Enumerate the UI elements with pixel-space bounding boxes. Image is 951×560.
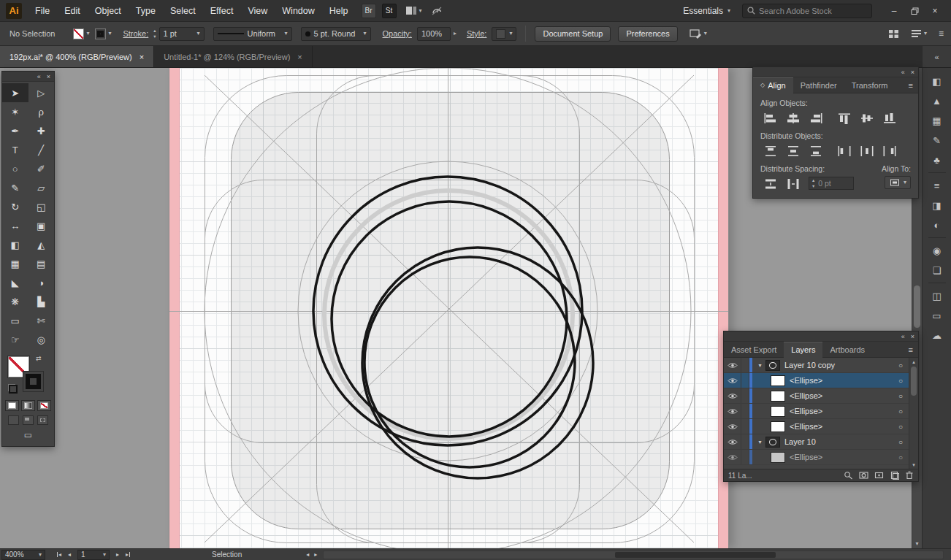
chevron-up-icon[interactable]: ▴ — [153, 28, 156, 34]
visibility-toggle[interactable] — [724, 373, 741, 388]
search-input[interactable] — [759, 7, 867, 15]
layers-panel-icon[interactable]: ◫ — [928, 288, 947, 303]
stroke-weight-stepper[interactable]: ▴ ▾ — [153, 28, 156, 39]
type-tool[interactable]: T — [2, 140, 28, 159]
lock-toggle[interactable] — [741, 373, 749, 388]
layer-row[interactable]: <Ellipse> ○ — [724, 388, 918, 404]
fill-color-control[interactable]: ▾ — [73, 28, 89, 39]
artboard-number-dropdown[interactable]: 1 ▾ — [77, 550, 110, 560]
new-layer-icon[interactable] — [890, 471, 899, 480]
adobe-stock-search[interactable] — [742, 4, 872, 18]
horizontal-align-right-button[interactable] — [806, 111, 825, 126]
object-thumbnail[interactable] — [771, 391, 785, 402]
new-sublayer-icon[interactable] — [874, 471, 884, 480]
style-dropdown[interactable]: ▾ — [492, 27, 516, 41]
close-window-button[interactable]: × — [925, 3, 945, 19]
shape-builder-tool[interactable]: ◧ — [2, 235, 28, 254]
restore-button[interactable] — [904, 3, 925, 19]
slice-tool[interactable]: ✄ — [28, 311, 55, 330]
layer-name[interactable]: <Ellipse> — [790, 453, 895, 461]
scroll-down-icon[interactable]: ▾ — [912, 539, 922, 548]
panel-menu-icon[interactable]: ≡ — [904, 81, 918, 90]
gradient-tool[interactable]: ▤ — [28, 254, 55, 273]
layer-row[interactable]: <Ellipse> ○ — [724, 404, 918, 419]
gpu-performance-button[interactable] — [431, 6, 443, 16]
previous-artboard-button[interactable]: ◂ — [68, 551, 71, 558]
horizontal-distribute-space-button[interactable] — [783, 177, 803, 191]
target-circle-icon[interactable]: ○ — [895, 453, 906, 461]
artboard-tool[interactable]: ▭ — [2, 311, 28, 330]
tab-align[interactable]: ◇ Align — [753, 77, 793, 93]
gradient-button[interactable] — [21, 400, 35, 411]
gradient-panel-icon[interactable]: ◨ — [928, 198, 947, 212]
layer-row[interactable]: ▾ Layer 10 copy ○ — [724, 358, 918, 373]
stroke-weight-value[interactable]: 1 pt — [164, 29, 194, 38]
menu-object[interactable]: Object — [88, 6, 129, 16]
layer-name[interactable]: <Ellipse> — [790, 422, 895, 431]
lock-toggle[interactable] — [741, 419, 749, 434]
stroke-color-control[interactable]: ▾ — [95, 28, 111, 39]
locate-object-icon[interactable] — [844, 471, 853, 480]
width-tool[interactable]: ↔ — [2, 216, 28, 235]
menu-file[interactable]: File — [28, 6, 57, 16]
target-circle-icon[interactable]: ○ — [895, 392, 906, 400]
brush-dropdown[interactable]: 5 pt. Round ▾ — [301, 27, 371, 41]
default-fill-stroke-icon[interactable] — [8, 384, 15, 391]
stroke-panel-icon[interactable]: ≡ — [928, 178, 947, 193]
pencil-tool[interactable]: ✎ — [2, 178, 28, 197]
spacing-value[interactable]: 0 pt — [818, 179, 831, 188]
visibility-toggle[interactable] — [724, 358, 741, 372]
vertical-distribute-center-button[interactable] — [783, 144, 803, 158]
illustrator-logo[interactable]: Ai — [6, 3, 22, 19]
opacity-value[interactable]: 100% — [421, 29, 446, 38]
visibility-toggle[interactable] — [724, 450, 741, 464]
swatches-panel-icon[interactable]: ▦ — [928, 113, 947, 128]
perspective-grid-tool[interactable]: ◭ — [28, 235, 55, 254]
tab-layers[interactable]: Layers — [784, 342, 822, 358]
target-circle-icon[interactable]: ○ — [895, 423, 906, 431]
paintbrush-tool[interactable]: ✐ — [28, 159, 55, 178]
collapse-panel-icon[interactable]: « — [901, 333, 905, 340]
spacing-stepper[interactable]: ▴ ▾ — [812, 178, 814, 188]
horizontal-align-center-button[interactable] — [783, 111, 803, 126]
graphic-styles-panel-icon[interactable]: ❏ — [928, 263, 947, 277]
minimize-button[interactable]: – — [884, 3, 904, 19]
horizontal-align-left-button[interactable] — [760, 111, 780, 126]
arrange-documents-button[interactable]: ▾ — [405, 6, 422, 15]
tab-transform[interactable]: Transform — [844, 77, 895, 93]
stock-button[interactable]: St — [382, 4, 397, 18]
lock-toggle[interactable] — [741, 388, 749, 403]
scale-tool[interactable]: ◱ — [28, 197, 55, 216]
panel-grid-icon[interactable] — [888, 29, 899, 39]
canvas-horizontal-scrollbar[interactable] — [323, 551, 944, 559]
mesh-tool[interactable]: ▦ — [2, 254, 28, 273]
preferences-button[interactable]: Preferences — [618, 26, 677, 42]
scroll-left-icon[interactable]: ◂ — [306, 551, 309, 558]
document-tab-1[interactable]: 192px.ai* @ 400% (RGB/Preview) × — [0, 46, 154, 67]
menu-help[interactable]: Help — [322, 6, 356, 16]
layer-name[interactable]: <Ellipse> — [790, 407, 895, 415]
object-thumbnail[interactable] — [771, 452, 785, 463]
scroll-down-icon[interactable]: ▾ — [909, 461, 918, 469]
column-graph-tool[interactable]: ▙ — [28, 292, 55, 311]
next-artboard-button[interactable]: ▸ — [116, 551, 119, 558]
last-artboard-button[interactable]: ▸ — [126, 551, 130, 558]
object-thumbnail[interactable] — [771, 375, 785, 386]
opacity-options-chevron-icon[interactable]: ▸ — [454, 31, 457, 37]
layers-scrollbar[interactable]: ▴ ▾ — [909, 358, 918, 469]
collapse-panel-icon[interactable]: « — [901, 69, 905, 76]
target-circle-icon[interactable]: ○ — [895, 377, 906, 385]
none-button[interactable] — [37, 400, 51, 411]
tab-pathfinder[interactable]: Pathfinder — [793, 77, 844, 93]
layer-row[interactable]: <Ellipse> ○ — [724, 450, 918, 465]
screen-mode-button[interactable]: ▭ — [24, 430, 32, 440]
draw-behind-mode-button[interactable] — [23, 415, 34, 425]
visibility-toggle[interactable] — [724, 388, 741, 403]
layer-row[interactable]: <Ellipse> ○ — [724, 373, 918, 388]
artboard-number[interactable]: 1 — [81, 551, 100, 559]
delete-icon[interactable] — [905, 471, 914, 480]
document-setup-button[interactable]: Document Setup — [535, 26, 611, 42]
layer-thumbnail[interactable] — [765, 360, 780, 371]
libraries-panel-icon[interactable]: ☁ — [928, 328, 947, 342]
disclosure-triangle-icon[interactable]: ▾ — [755, 439, 765, 445]
